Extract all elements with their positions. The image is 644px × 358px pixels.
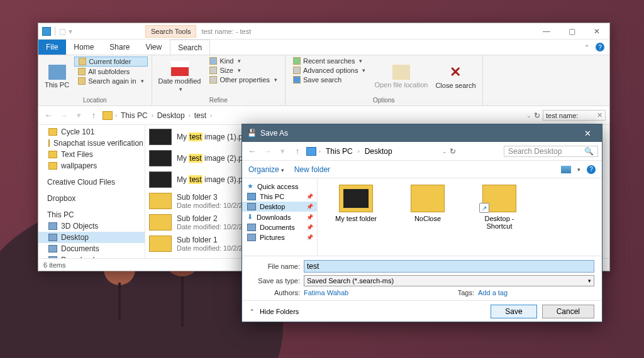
- history-dropdown[interactable]: ⌄: [526, 112, 531, 119]
- folder-icon: [48, 151, 57, 158]
- close-button[interactable]: ✕: [584, 23, 609, 40]
- folder-item[interactable]: My test folder: [328, 185, 384, 222]
- tags-label: Tags:: [424, 289, 474, 296]
- up-button[interactable]: ↑: [291, 146, 304, 156]
- filename-label: File name:: [250, 263, 300, 270]
- nav-quick-access[interactable]: ★Quick access: [242, 181, 317, 192]
- qat-item[interactable]: ▾: [69, 27, 72, 36]
- folder-icon: [48, 128, 57, 136]
- window-title: test name: - test: [201, 28, 251, 35]
- folder-icon: [48, 162, 57, 170]
- pc-icon: [247, 193, 256, 200]
- folder-icon: [79, 58, 86, 65]
- desktop-icon: [48, 234, 57, 241]
- nav-3d-objects[interactable]: 3D Objects: [38, 220, 145, 232]
- folder-item[interactable]: Desktop - Shortcut: [471, 185, 528, 230]
- clear-search-icon[interactable]: ✕: [597, 111, 602, 119]
- search-input[interactable]: Search Desktop 🔍: [504, 146, 598, 157]
- properties-icon: [209, 76, 217, 84]
- ribbon: This PC Current folder All subfolders Se…: [38, 55, 609, 106]
- pictures-icon: [247, 234, 256, 241]
- folder-icon: [149, 236, 172, 252]
- pin-icon: 📌: [306, 214, 313, 220]
- dialog-nav-pane: ★Quick access This PC📌 Desktop📌 ⬇Downloa…: [242, 178, 318, 256]
- tab-file[interactable]: File: [38, 40, 66, 55]
- save-icon: [293, 76, 301, 84]
- pin-icon: 📌: [306, 203, 313, 210]
- nav-creative-cloud[interactable]: Creative Cloud Files: [38, 176, 145, 188]
- drive-icon: [48, 222, 57, 230]
- nav-documents[interactable]: Documents: [38, 243, 145, 254]
- forward-button: →: [57, 111, 70, 120]
- authors-value[interactable]: Fatima Wahab: [304, 289, 420, 296]
- nav-dropbox[interactable]: Dropbox: [38, 193, 145, 204]
- nav-pictures[interactable]: Pictures📌: [242, 232, 317, 242]
- search-box[interactable]: test name: ✕: [543, 110, 606, 121]
- size-icon: [209, 67, 217, 74]
- new-folder-button[interactable]: New folder: [294, 165, 330, 174]
- nav-folder[interactable]: Cycle 101: [38, 126, 145, 138]
- refresh-button[interactable]: ↻: [450, 147, 456, 156]
- close-search-button[interactable]: ✕ Close search: [433, 57, 478, 96]
- all-subfolders-option[interactable]: All subfolders: [74, 67, 147, 76]
- thumbnail: [149, 171, 172, 188]
- titlebar: ▢ ▾ Search Tools test name: - test — ▢ ✕: [38, 23, 609, 40]
- nav-this-pc[interactable]: This PC📌: [242, 192, 317, 202]
- this-pc-button[interactable]: This PC: [42, 57, 72, 96]
- back-button[interactable]: ←: [246, 146, 258, 156]
- cancel-button[interactable]: Cancel: [542, 305, 594, 318]
- save-button[interactable]: Save: [491, 305, 536, 318]
- history-dropdown[interactable]: ⌄: [442, 148, 447, 155]
- open-file-location-button: Open file location: [372, 57, 430, 96]
- tags-value[interactable]: Add a tag: [478, 289, 594, 296]
- help-icon[interactable]: ?: [596, 43, 604, 52]
- documents-icon: [247, 224, 256, 231]
- date-modified-button[interactable]: Date modified: [156, 57, 204, 96]
- close-dialog-button[interactable]: ✕: [578, 129, 597, 138]
- minimize-button[interactable]: —: [534, 23, 559, 40]
- tab-share[interactable]: Share: [102, 40, 138, 55]
- nav-pane: Cycle 101 Snapchat issue verification Te…: [38, 125, 145, 258]
- hide-folders-button[interactable]: Hide Folders: [260, 308, 299, 315]
- tab-search[interactable]: Search: [170, 40, 210, 55]
- tab-home[interactable]: Home: [66, 40, 102, 55]
- download-icon: ⬇: [247, 213, 253, 221]
- tab-view[interactable]: View: [138, 40, 170, 55]
- filename-input[interactable]: [304, 260, 594, 273]
- recent-button[interactable]: ▾: [276, 146, 289, 156]
- help-icon[interactable]: ?: [587, 165, 596, 174]
- refresh-button[interactable]: ↻: [534, 111, 540, 120]
- other-properties-option[interactable]: Other properties: [206, 75, 280, 84]
- search-again-option[interactable]: Search again in: [74, 77, 147, 85]
- pin-icon: 📌: [306, 224, 313, 231]
- folder-icon: [149, 214, 172, 231]
- save-type-select[interactable]: Saved Search (*.search-ms)▾: [304, 275, 594, 286]
- save-search-option[interactable]: Save search: [289, 75, 369, 84]
- breadcrumb[interactable]: ›This PC ›Desktop ›test ›: [115, 110, 524, 121]
- nav-folder[interactable]: Snapchat issue verification: [38, 138, 145, 149]
- view-options-button[interactable]: [561, 166, 571, 173]
- size-option[interactable]: Size: [206, 66, 280, 75]
- back-button[interactable]: ←: [42, 111, 55, 120]
- disk-icon: 💾: [247, 129, 257, 138]
- recent-searches-option[interactable]: Recent searches: [289, 57, 369, 65]
- up-button[interactable]: ↑: [87, 111, 100, 120]
- kind-option[interactable]: Kind: [206, 57, 280, 65]
- recent-locations-button[interactable]: ▾: [72, 111, 85, 120]
- advanced-options[interactable]: Advanced options: [289, 66, 369, 75]
- nav-desktop[interactable]: Desktop📌: [242, 202, 317, 212]
- nav-folder[interactable]: Text Files: [38, 149, 145, 160]
- current-folder-option[interactable]: Current folder: [74, 57, 147, 67]
- organize-button[interactable]: Organize: [248, 165, 284, 174]
- folder-icon: [78, 68, 86, 75]
- nav-downloads[interactable]: ⬇Downloads📌: [242, 212, 317, 222]
- star-icon: ★: [247, 182, 253, 190]
- nav-desktop[interactable]: Desktop: [38, 232, 145, 243]
- qat-item[interactable]: ▢: [59, 27, 66, 36]
- folder-item[interactable]: NoClose: [399, 185, 456, 222]
- collapse-ribbon-icon[interactable]: ⌃: [584, 44, 589, 51]
- nav-this-pc[interactable]: This PC: [38, 209, 145, 220]
- maximize-button[interactable]: ▢: [559, 23, 584, 40]
- nav-folder[interactable]: wallpapers: [38, 160, 145, 171]
- nav-documents[interactable]: Documents📌: [242, 222, 317, 232]
